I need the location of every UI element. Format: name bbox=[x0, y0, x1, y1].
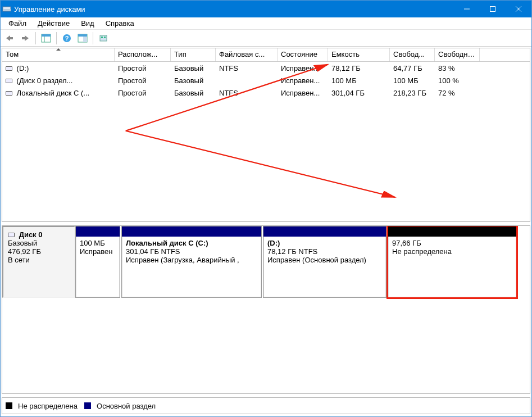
swatch-primary bbox=[84, 402, 91, 409]
partition-stripe bbox=[263, 226, 386, 237]
disk-name: Диск 0 bbox=[19, 230, 43, 239]
cell-capacity: 100 МБ bbox=[328, 76, 390, 85]
cell-volume: (D:) bbox=[2, 64, 115, 73]
svg-rect-9 bbox=[42, 34, 51, 37]
cell-layout: Простой bbox=[115, 64, 171, 73]
column-header-freepct[interactable]: Свободно % bbox=[435, 48, 480, 61]
column-header-volume[interactable]: Том bbox=[2, 48, 115, 61]
titlebar: Управление дисками bbox=[1, 1, 531, 17]
partition-status: Не распределена bbox=[392, 247, 512, 256]
column-header-layout[interactable]: Располож... bbox=[115, 48, 171, 61]
cell-free: 218,23 ГБ bbox=[390, 88, 435, 98]
partition[interactable]: Локальный диск C (C:)301,04 ГБ NTFSИспра… bbox=[121, 226, 262, 298]
help-button[interactable]: ? bbox=[60, 31, 74, 45]
legend-unallocated: Не распределена bbox=[18, 402, 78, 410]
legend-primary: Основной раздел bbox=[97, 402, 156, 410]
menubar: Файл Действие Вид Справка bbox=[1, 17, 531, 30]
partition-unallocated[interactable]: 97,66 ГБНе распределена bbox=[388, 226, 517, 298]
svg-text:?: ? bbox=[65, 35, 69, 42]
volume-row[interactable]: Локальный диск C (...ПростойБазовыйNTFSИ… bbox=[2, 87, 530, 99]
cell-type: Базовый bbox=[171, 88, 216, 98]
cell-volume: Локальный диск C (... bbox=[2, 88, 115, 98]
disk-info[interactable]: Диск 0 Базовый 476,92 ГБ В сети bbox=[2, 226, 75, 298]
svg-rect-16 bbox=[100, 35, 107, 41]
column-header-fs[interactable]: Файловая с... bbox=[216, 48, 278, 61]
cell-capacity: 301,04 ГБ bbox=[328, 88, 390, 98]
volume-list-header: ТомРасполож...ТипФайловая с...СостояниеЕ… bbox=[2, 48, 530, 62]
partition-stripe bbox=[388, 226, 516, 237]
partition-size: 78,12 ГБ NTFS bbox=[267, 247, 382, 256]
partition-container: 100 МБИсправенЛокальный диск C (C:)301,0… bbox=[75, 226, 530, 298]
disk-icon bbox=[8, 233, 15, 237]
partition-body: 100 МБИсправен bbox=[76, 237, 120, 297]
disk-type: Базовый bbox=[8, 239, 37, 247]
cell-freepct: 72 % bbox=[435, 88, 480, 98]
separator bbox=[93, 32, 93, 44]
column-header-capacity[interactable]: Емкость bbox=[328, 48, 390, 61]
partition-status: Исправен bbox=[80, 247, 116, 256]
partition-stripe bbox=[122, 226, 261, 237]
cell-freepct: 83 % bbox=[435, 64, 480, 73]
cell-status: Исправен... bbox=[278, 88, 328, 98]
settings-grid-button[interactable] bbox=[76, 31, 89, 45]
separator bbox=[35, 32, 36, 44]
back-button[interactable] bbox=[3, 31, 16, 45]
cell-type: Базовый bbox=[171, 64, 216, 73]
volume-icon bbox=[6, 66, 12, 71]
minimize-button[interactable] bbox=[454, 1, 480, 17]
svg-rect-15 bbox=[83, 37, 87, 42]
cell-fs bbox=[216, 80, 278, 81]
svg-rect-6 bbox=[10, 37, 13, 39]
cell-volume: (Диск 0 раздел... bbox=[2, 76, 115, 85]
cell-capacity: 78,12 ГБ bbox=[328, 64, 390, 73]
forward-button[interactable] bbox=[19, 31, 32, 45]
svg-line-20 bbox=[126, 131, 395, 197]
svg-rect-17 bbox=[101, 37, 103, 38]
client-area: ТомРасполож...ТипФайловая с...СостояниеЕ… bbox=[2, 48, 530, 394]
partition[interactable]: 100 МБИсправен bbox=[75, 226, 120, 298]
disk-map-pane: Диск 0 Базовый 476,92 ГБ В сети 100 МБИс… bbox=[2, 225, 530, 394]
menu-help[interactable]: Справка bbox=[100, 18, 140, 29]
volume-list-pane: ТомРасполож...ТипФайловая с...СостояниеЕ… bbox=[2, 48, 530, 222]
partition-status: Исправен (Основной раздел) bbox=[267, 256, 382, 264]
disk-state: В сети bbox=[8, 256, 30, 264]
cell-freepct: 100 % bbox=[435, 76, 480, 85]
window-title: Управление дисками bbox=[13, 5, 454, 13]
volume-row[interactable]: (Диск 0 раздел...ПростойБазовыйИсправен.… bbox=[2, 74, 530, 87]
close-button[interactable] bbox=[506, 1, 531, 17]
legend-bar: Не распределена Основной раздел bbox=[2, 397, 530, 414]
menu-action[interactable]: Действие bbox=[32, 18, 75, 29]
partition-title: Локальный диск C (C:) bbox=[126, 239, 257, 247]
cell-type: Базовый bbox=[171, 76, 216, 85]
svg-rect-7 bbox=[22, 37, 25, 39]
volume-row[interactable]: (D:)ПростойБазовыйNTFSИсправен...78,12 Г… bbox=[2, 62, 530, 74]
svg-rect-1 bbox=[3, 9, 11, 11]
partition-body: Локальный диск C (C:)301,04 ГБ NTFSИспра… bbox=[122, 237, 261, 297]
show-hide-pane-button[interactable] bbox=[39, 31, 53, 45]
partition-stripe bbox=[76, 226, 120, 237]
volume-icon bbox=[6, 91, 12, 96]
partition-size: 97,66 ГБ bbox=[392, 239, 512, 247]
column-header-type[interactable]: Тип bbox=[171, 48, 216, 61]
options-button[interactable] bbox=[97, 31, 110, 45]
maximize-button[interactable] bbox=[480, 1, 506, 17]
disk-map: Диск 0 Базовый 476,92 ГБ В сети 100 МБИс… bbox=[2, 226, 530, 298]
partition-title: (D:) bbox=[267, 239, 382, 247]
partition-body: 97,66 ГБНе распределена bbox=[388, 237, 516, 297]
cell-layout: Простой bbox=[115, 76, 171, 85]
menu-file[interactable]: Файл bbox=[3, 18, 32, 29]
disk-management-window: Управление дисками Файл Действие Вид Спр… bbox=[0, 0, 532, 417]
menu-view[interactable]: Вид bbox=[75, 18, 100, 29]
swatch-unallocated bbox=[6, 402, 12, 409]
partition-size: 100 МБ bbox=[80, 239, 116, 247]
partition-body: (D:)78,12 ГБ NTFSИсправен (Основной разд… bbox=[263, 237, 386, 297]
cell-fs: NTFS bbox=[216, 88, 278, 98]
cell-free: 100 МБ bbox=[390, 76, 435, 85]
volume-icon bbox=[6, 79, 12, 83]
column-header-status[interactable]: Состояние bbox=[278, 48, 328, 61]
partition[interactable]: (D:)78,12 ГБ NTFSИсправен (Основной разд… bbox=[263, 226, 387, 298]
partition-size: 301,04 ГБ NTFS bbox=[126, 247, 257, 256]
svg-rect-14 bbox=[78, 34, 87, 37]
column-header-free[interactable]: Свобод... bbox=[390, 48, 435, 61]
cell-layout: Простой bbox=[115, 88, 171, 98]
